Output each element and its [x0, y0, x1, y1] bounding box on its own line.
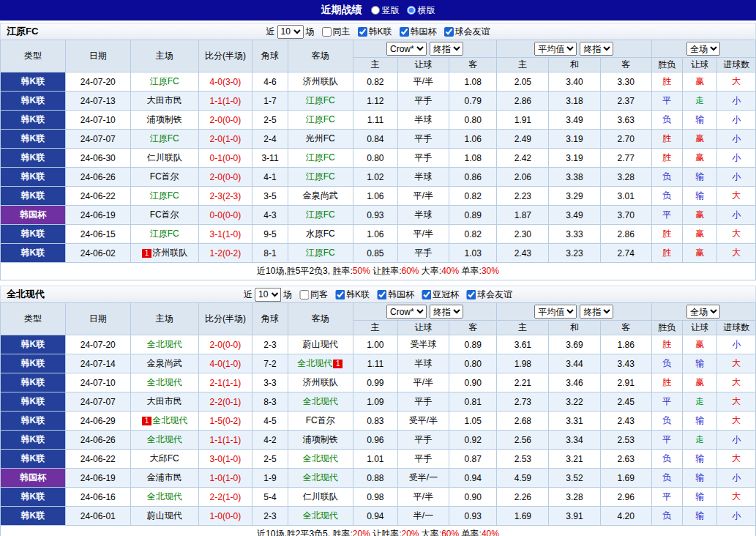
away-team-name[interactable]: 江原FC [306, 209, 335, 220]
home-team-name[interactable]: FC首尔 [150, 209, 179, 220]
away-team-name[interactable]: 水原FC [306, 228, 335, 239]
away-team-name[interactable]: 济州联队 [303, 377, 338, 387]
competition-input[interactable] [400, 27, 409, 37]
handicap-away-odds: 0.94 [449, 469, 497, 488]
away-team-name[interactable]: 全北现代 [303, 396, 338, 406]
same-venue-input[interactable] [321, 27, 331, 37]
competition-input[interactable] [357, 27, 367, 37]
match-row: 韩K联24-06-22江原FC2-3(2-3)3-5金泉尚武1.06平/半0.8… [1, 187, 756, 206]
away-team-name[interactable]: 光州FC [306, 133, 335, 144]
away-team-name[interactable]: 江原FC [306, 171, 335, 182]
home-team-name[interactable]: 江原FC [150, 133, 179, 144]
corner-count: 4-5 [252, 412, 288, 431]
layout-radio[interactable] [371, 6, 380, 15]
fulltime-scope-select[interactable]: 全场 [686, 42, 720, 56]
away-team-name[interactable]: 江原FC [306, 247, 335, 258]
away-team-name[interactable]: 全北现代 [303, 453, 338, 464]
home-team-name[interactable]: 全北现代 [147, 491, 182, 502]
handicap-line: 受平/半 [398, 412, 449, 431]
result-handicap: 输 [682, 469, 716, 488]
euro-draw-odds: 3.19 [549, 130, 601, 149]
home-team-name[interactable]: 浦项制铁 [147, 114, 182, 124]
home-team-name[interactable]: 江原FC [150, 76, 179, 86]
home-team-name[interactable]: 大田市民 [147, 396, 182, 406]
away-team-name[interactable]: 金泉尚武 [303, 190, 338, 201]
away-team-name[interactable]: 江原FC [306, 114, 335, 124]
corner-count: 3-3 [252, 373, 288, 392]
euro-home-odds: 1.98 [497, 354, 549, 373]
home-team: 浦项制铁 [130, 111, 198, 130]
competition-input[interactable] [466, 290, 476, 299]
result-wdl: 负 [651, 111, 682, 130]
competition-input[interactable] [377, 290, 386, 299]
result-wdl: 胜 [651, 130, 682, 149]
home-team-name[interactable]: 济州联队 [152, 247, 187, 258]
same-venue-checkbox[interactable]: 同主 [321, 26, 350, 38]
euro-away-odds: 3.63 [600, 111, 651, 130]
match-date: 24-07-20 [65, 72, 130, 92]
handicap-stage-select[interactable]: 终指 [430, 42, 463, 56]
layout-option-1[interactable]: 横版 [407, 4, 435, 17]
euro-draw-odds: 3.44 [549, 354, 601, 373]
euro-draw-odds: 3.34 [549, 431, 601, 450]
match-row: 韩K联24-06-15江原FC3-1(1-0)9-5水原FC1.06平/半0.8… [1, 225, 756, 244]
competition-checkbox[interactable]: 球会友谊 [466, 289, 512, 301]
average-select[interactable]: 平均值 [534, 305, 577, 319]
summary-text: 大率: [419, 266, 442, 276]
average-select[interactable]: 平均值 [534, 42, 577, 56]
fulltime-scope-select[interactable]: 全场 [686, 305, 720, 319]
competition-checkbox[interactable]: 韩国杯 [377, 289, 414, 301]
euro-draw-odds: 3.33 [549, 225, 601, 244]
away-team-name[interactable]: 江原FC [306, 152, 335, 163]
home-team-name[interactable]: 全北现代 [147, 339, 182, 349]
away-team-name[interactable]: 全北现代 [303, 510, 338, 521]
handicap-line: 平/半 [398, 187, 449, 206]
away-team-name[interactable]: 仁川联队 [303, 491, 338, 502]
competition-input[interactable] [422, 290, 431, 299]
home-team-name[interactable]: 全北现代 [147, 434, 182, 444]
home-team-name[interactable]: 全北现代 [147, 377, 182, 387]
home-team-name[interactable]: 全北现代 [152, 415, 187, 425]
away-team-name[interactable]: 江原FC [306, 95, 335, 105]
away-team-name[interactable]: 济州联队 [303, 76, 338, 86]
europe-stage-select[interactable]: 终指 [580, 42, 613, 56]
away-team-name[interactable]: 全北现代 [303, 472, 338, 483]
recent-count-select[interactable]: 10 [277, 25, 303, 39]
handicap-stage-select[interactable]: 终指 [430, 305, 463, 319]
competition-input[interactable] [335, 290, 345, 299]
competition-label: 球会友谊 [455, 26, 490, 38]
home-team-name[interactable]: 蔚山现代 [147, 510, 182, 521]
bookmaker-select[interactable]: Crow* [386, 42, 427, 56]
recent-count-select[interactable]: 10 [255, 288, 281, 302]
home-team-name[interactable]: 大田市民 [147, 95, 182, 105]
home-team-name[interactable]: FC首尔 [150, 171, 179, 182]
competition-checkbox[interactable]: 韩K联 [357, 26, 392, 38]
competition-checkbox[interactable]: 韩K联 [335, 289, 370, 301]
competition-checkbox[interactable]: 亚冠杯 [422, 289, 459, 301]
away-team-name[interactable]: FC首尔 [306, 415, 335, 425]
competition-type: 韩K联 [1, 412, 66, 431]
away-team-name[interactable]: 蔚山现代 [303, 339, 338, 349]
home-team-name[interactable]: 江原FC [150, 190, 179, 201]
handicap-away-odds: 0.90 [449, 373, 497, 392]
euro-away-odds: 2.45 [600, 392, 651, 412]
layout-option-0[interactable]: 竖版 [371, 4, 400, 17]
layout-radio[interactable] [407, 6, 416, 15]
bookmaker-select[interactable]: Crow* [386, 305, 427, 319]
match-date: 24-06-26 [65, 431, 130, 450]
corner-count: 1-9 [252, 469, 288, 488]
euro-away-odds: 4.20 [600, 507, 651, 526]
competition-input[interactable] [444, 27, 454, 37]
competition-checkbox[interactable]: 球会友谊 [444, 26, 490, 38]
same-venue-checkbox[interactable]: 同客 [299, 289, 328, 301]
home-team-name[interactable]: 仁川联队 [147, 152, 182, 163]
competition-checkbox[interactable]: 韩国杯 [400, 26, 437, 38]
europe-stage-select[interactable]: 终指 [580, 305, 613, 319]
away-team-name[interactable]: 浦项制铁 [303, 434, 338, 444]
home-team-name[interactable]: 江原FC [150, 228, 179, 239]
same-venue-input[interactable] [299, 290, 309, 299]
home-team-name[interactable]: 金浦市民 [147, 472, 182, 483]
home-team-name[interactable]: 金泉尚武 [147, 358, 182, 368]
home-team-name[interactable]: 大邱FC [150, 453, 179, 464]
away-team-name[interactable]: 全北现代 [297, 358, 332, 368]
